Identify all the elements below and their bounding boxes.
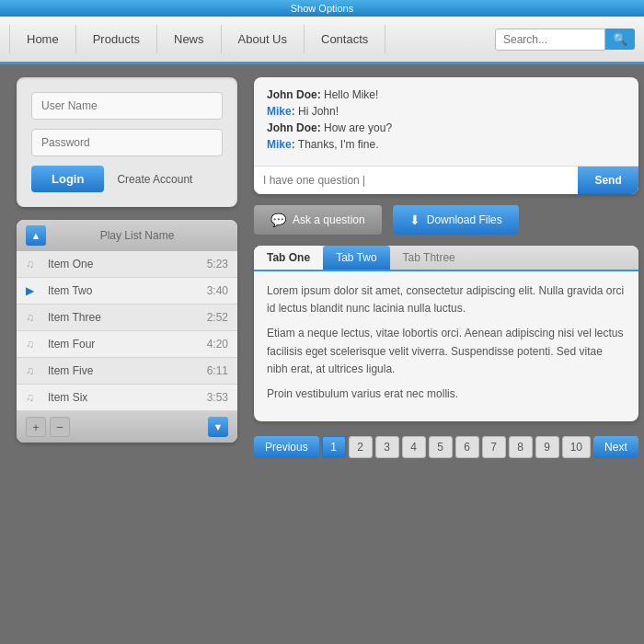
playlist-controls: + − [26, 417, 70, 437]
page-8[interactable]: 8 [509, 436, 533, 458]
music-icon-4: ♫ [26, 364, 40, 377]
playlist-item-1[interactable]: ▶ Item Two 3:40 [17, 278, 237, 305]
chat-message-3: Mike: Thanks, I'm fine. [267, 138, 626, 151]
playlist-header: ▲ Play List Name [17, 220, 237, 251]
tab-two[interactable]: Tab Two [323, 246, 389, 270]
nav-contacts[interactable]: Contacts [305, 25, 385, 53]
chat-message-1: Mike: Hi John! [267, 105, 626, 118]
playlist-remove-button[interactable]: − [50, 417, 70, 437]
main-content: Login Create Account ▲ Play List Name ♫ … [0, 64, 644, 471]
top-bar[interactable]: Show Options [0, 0, 644, 17]
playlist-item-0[interactable]: ♫ Item One 5:23 [17, 251, 237, 278]
nav-bar: Home Products News About Us Contacts 🔍 [0, 17, 644, 64]
search-button[interactable]: 🔍 [605, 29, 635, 50]
download-files-label: Download Files [427, 213, 502, 226]
music-icon-3: ♫ [26, 338, 40, 351]
playlist-up-button[interactable]: ▲ [26, 225, 46, 246]
chat-panel: John Doe: Hello Mike! Mike: Hi John! Joh… [254, 77, 638, 194]
download-icon: ⬇ [409, 213, 420, 227]
playlist-name-1: Item Two [48, 284, 207, 297]
previous-button[interactable]: Previous [254, 436, 319, 458]
chat-sender-3: Mike: [267, 138, 295, 151]
playlist-name-4: Item Five [48, 364, 207, 377]
tab-header: Tab One Tab Two Tab Thtree [254, 246, 638, 271]
playlist-name-3: Item Four [48, 338, 207, 351]
chat-input[interactable] [254, 167, 578, 194]
playlist-time-3: 4:20 [207, 338, 228, 351]
playlist-name-5: Item Six [48, 391, 207, 404]
music-icon-5: ♫ [26, 391, 40, 404]
right-column: John Doe: Hello Mike! Mike: Hi John! Joh… [254, 77, 638, 458]
playlist-time-2: 2:52 [207, 311, 228, 324]
action-row: 💬 Ask a question ⬇ Download Files [254, 205, 638, 235]
chat-text-1: Hi John! [298, 105, 339, 118]
ask-question-button[interactable]: 💬 Ask a question [254, 205, 382, 235]
send-button[interactable]: Send [578, 167, 638, 194]
chat-text-0: Hello Mike! [324, 88, 378, 101]
page-1[interactable]: 1 [322, 436, 346, 458]
playlist-item-2[interactable]: ♫ Item Three 2:52 [17, 305, 237, 331]
login-button[interactable]: Login [31, 166, 104, 192]
nav-search: 🔍 [495, 29, 635, 51]
page-10[interactable]: 10 [562, 436, 591, 458]
password-input[interactable] [31, 129, 223, 156]
music-icon-2: ♫ [26, 311, 40, 324]
nav-about[interactable]: About Us [222, 25, 305, 53]
playlist-name-0: Item One [48, 258, 207, 270]
play-icon-1: ▶ [26, 284, 40, 297]
pagination: Previous 1 2 3 4 5 6 7 8 9 10 Next [254, 436, 638, 458]
login-actions: Login Create Account [31, 166, 223, 192]
playlist-title: Play List Name [46, 229, 228, 242]
page-6[interactable]: 6 [455, 436, 479, 458]
left-column: Login Create Account ▲ Play List Name ♫ … [17, 77, 237, 458]
playlist-item-4[interactable]: ♫ Item Five 6:11 [17, 358, 237, 385]
login-panel: Login Create Account [17, 77, 237, 207]
chat-messages: John Doe: Hello Mike! Mike: Hi John! Joh… [254, 77, 638, 166]
chat-icon: 💬 [270, 213, 286, 227]
music-icon-0: ♫ [26, 258, 40, 270]
page-2[interactable]: 2 [349, 436, 373, 458]
playlist-time-4: 6:11 [207, 364, 228, 377]
tab-panel: Tab One Tab Two Tab Thtree Lorem ipsum d… [254, 246, 638, 421]
tab-content-p2: Etiam a neque lectus, vitae lobortis orc… [267, 325, 626, 378]
playlist-time-0: 5:23 [207, 258, 228, 270]
download-files-button[interactable]: ⬇ Download Files [393, 205, 519, 235]
chat-sender-0: John Doe: [267, 88, 321, 101]
playlist-panel: ▲ Play List Name ♫ Item One 5:23 ▶ Item … [17, 220, 237, 443]
next-button[interactable]: Next [593, 436, 638, 458]
search-input[interactable] [495, 29, 605, 51]
tab-content-p1: Lorem ipsum dolor sit amet, consectetur … [267, 282, 626, 317]
page-7[interactable]: 7 [482, 436, 506, 458]
chat-sender-1: Mike: [267, 105, 295, 118]
chat-message-0: John Doe: Hello Mike! [267, 88, 626, 101]
tab-content: Lorem ipsum dolor sit amet, consectetur … [254, 271, 638, 421]
chat-sender-2: John Doe: [267, 121, 321, 134]
chat-message-2: John Doe: How are you? [267, 121, 626, 134]
playlist-item-5[interactable]: ♫ Item Six 3:53 [17, 385, 237, 411]
ask-question-label: Ask a question [293, 213, 365, 226]
playlist-name-2: Item Three [48, 311, 207, 324]
playlist-item-3[interactable]: ♫ Item Four 4:20 [17, 331, 237, 358]
playlist-down-button[interactable]: ▼ [208, 417, 228, 437]
create-account-link[interactable]: Create Account [117, 173, 192, 186]
username-input[interactable] [31, 92, 223, 120]
chat-text-2: How are you? [324, 121, 392, 134]
page-4[interactable]: 4 [402, 436, 426, 458]
playlist-add-button[interactable]: + [26, 417, 46, 437]
tab-three[interactable]: Tab Thtree [390, 246, 468, 270]
chat-text-3: Thanks, I'm fine. [298, 138, 379, 151]
page-3[interactable]: 3 [375, 436, 399, 458]
chat-input-row: Send [254, 166, 638, 194]
tab-content-p3: Proin vestibulum varius erat nec mollis. [267, 385, 626, 403]
playlist-time-1: 3:40 [207, 284, 228, 297]
nav-news[interactable]: News [157, 25, 222, 53]
nav-home[interactable]: Home [9, 25, 76, 53]
tab-one[interactable]: Tab One [254, 246, 323, 270]
playlist-footer: + − ▼ [17, 411, 237, 443]
page-5[interactable]: 5 [429, 436, 453, 458]
page-9[interactable]: 9 [535, 436, 559, 458]
nav-products[interactable]: Products [76, 25, 157, 53]
playlist-time-5: 3:53 [207, 391, 228, 404]
show-options-label: Show Options [291, 3, 353, 14]
